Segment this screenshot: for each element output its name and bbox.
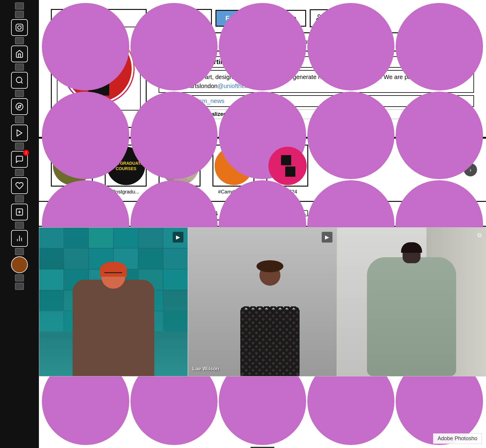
cell-3-background	[337, 228, 486, 376]
curly-hair	[256, 260, 283, 272]
grid-cell-1[interactable]: ▶	[39, 227, 188, 376]
heart-icon[interactable]	[11, 177, 28, 194]
film-hole	[15, 116, 24, 123]
film-hole	[15, 248, 24, 255]
add-icon[interactable]	[11, 204, 28, 220]
cell-1-background	[39, 228, 188, 376]
stats-icon[interactable]	[11, 230, 28, 247]
film-hole	[15, 143, 24, 150]
film-hole	[15, 2, 24, 10]
csm24-square-1	[281, 155, 291, 165]
person-body	[73, 280, 154, 376]
body	[240, 309, 300, 376]
scarf	[240, 306, 300, 376]
svg-rect-0	[16, 24, 23, 31]
reels-icon[interactable]	[11, 125, 28, 141]
svg-marker-7	[17, 130, 22, 136]
grid-cell-2[interactable]: ▶ Lae Wilson	[188, 227, 337, 376]
camden-dots	[215, 147, 253, 185]
person-head	[101, 265, 125, 289]
glasses	[104, 272, 122, 273]
svg-point-14	[18, 261, 21, 265]
search-icon[interactable]	[11, 72, 28, 89]
head	[259, 265, 280, 286]
film-hole	[15, 274, 24, 281]
person-head-3	[403, 242, 420, 263]
film-hole	[15, 222, 24, 229]
video-play-icon: ▶	[173, 232, 183, 243]
home-icon[interactable]	[11, 46, 28, 62]
film-hole	[15, 169, 24, 176]
film-hole	[15, 37, 24, 44]
svg-point-2	[21, 25, 22, 26]
csm24-square-2	[285, 167, 295, 177]
svg-marker-6	[18, 105, 21, 108]
highlight-frame	[212, 145, 254, 187]
highlight-image-camden	[215, 147, 253, 185]
multiple-images-icon: ⧉	[477, 232, 482, 239]
svg-point-1	[18, 26, 21, 29]
video-label: Lae Wilson	[192, 366, 219, 372]
avatar[interactable]	[11, 256, 28, 273]
film-hole	[15, 195, 24, 202]
svg-point-5	[16, 103, 23, 110]
compass-icon[interactable]	[11, 98, 28, 115]
instagram-icon[interactable]	[11, 19, 28, 36]
film-hole	[15, 63, 24, 71]
person-lae	[233, 265, 307, 376]
cell-2-background	[188, 228, 337, 376]
filmstrip-sidebar: 2	[0, 0, 39, 448]
main-content: csm_news Follow Message ···	[39, 0, 486, 448]
film-hole	[15, 11, 24, 18]
message-badge: 2	[23, 150, 29, 156]
texture-pattern	[376, 269, 447, 364]
highlight-image-csm24	[268, 147, 307, 185]
video-play-icon: ▶	[322, 232, 332, 243]
textured-outfit	[367, 257, 456, 376]
messages-icon[interactable]: 2	[11, 151, 28, 168]
film-hole	[15, 283, 24, 290]
dark-hair	[401, 242, 422, 253]
highlight-camden[interactable]: #CamdenBi...	[209, 145, 257, 195]
grid-cell-3[interactable]: ⧉	[337, 227, 486, 376]
svg-line-4	[21, 82, 22, 83]
highlights-section: Soil,Toil &Fable Exhibitions POSTGRADUAT…	[39, 138, 486, 202]
svg-point-3	[16, 77, 22, 83]
hair	[100, 262, 127, 277]
film-hole	[15, 90, 24, 97]
adobe-watermark: Adobe Photosho	[433, 433, 482, 444]
